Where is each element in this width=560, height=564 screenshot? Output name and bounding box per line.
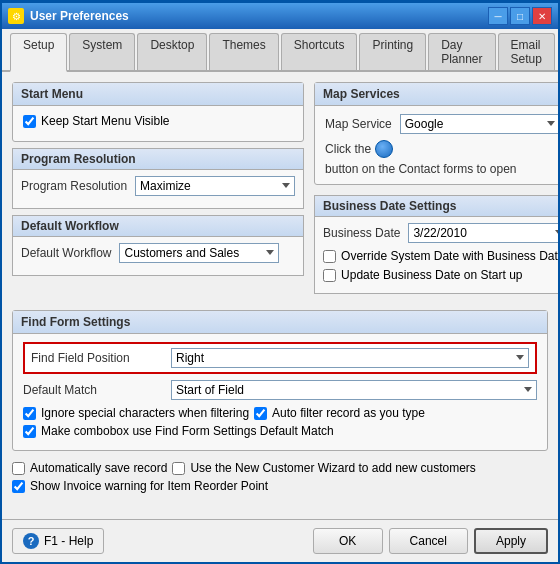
- default-workflow-label: Default Workflow: [21, 246, 111, 260]
- default-workflow-body: Default Workflow Customers and Sales: [12, 236, 304, 276]
- map-services-panel: Map Services Map Service Google Click th…: [314, 82, 558, 185]
- bottom-option-1-row: Automatically save record Use the New Cu…: [12, 461, 548, 475]
- default-workflow-row: Default Workflow Customers and Sales: [21, 243, 295, 263]
- right-column: Map Services Map Service Google Click th…: [314, 82, 558, 300]
- map-click-text: Click the: [325, 142, 371, 156]
- tab-system[interactable]: System: [69, 33, 135, 70]
- title-bar-left: ⚙ User Preferences: [8, 8, 129, 24]
- find-field-position-highlighted-row: Find Field Position Right Left: [23, 342, 537, 374]
- action-buttons: OK Cancel Apply: [313, 528, 548, 554]
- keep-visible-row: Keep Start Menu Visible: [23, 114, 293, 128]
- map-service-select[interactable]: Google: [400, 114, 558, 134]
- footer-bar: ? F1 - Help OK Cancel Apply: [2, 519, 558, 562]
- default-workflow-select[interactable]: Customers and Sales: [119, 243, 279, 263]
- update-date-checkbox[interactable]: [323, 269, 336, 282]
- tab-desktop[interactable]: Desktop: [137, 33, 207, 70]
- update-date-label: Update Business Date on Start up: [341, 268, 522, 282]
- program-resolution-body: Program Resolution Maximize Normal: [12, 169, 304, 209]
- business-date-select[interactable]: 3/22/2010: [408, 223, 558, 243]
- title-buttons: ─ □ ✕: [488, 7, 552, 25]
- business-date-body: Business Date 3/22/2010 Override System …: [314, 216, 558, 294]
- ignore-special-checkbox[interactable]: [23, 407, 36, 420]
- bottom-option-2-row: Show Invoice warning for Item Reorder Po…: [12, 479, 548, 493]
- main-window: ⚙ User Preferences ─ □ ✕ Setup System De…: [0, 0, 560, 564]
- apply-button[interactable]: Apply: [474, 528, 548, 554]
- map-button-indicator: [375, 140, 393, 158]
- default-match-select[interactable]: Start of Field Any Position: [171, 380, 537, 400]
- business-date-label: Business Date: [323, 226, 400, 240]
- find-form-title: Find Form Settings: [13, 311, 547, 334]
- program-resolution-row: Program Resolution Maximize Normal: [21, 176, 295, 196]
- new-customer-wizard-checkbox[interactable]: [172, 462, 185, 475]
- main-content: Start Menu Keep Start Menu Visible Progr…: [2, 72, 558, 519]
- window-icon: ⚙: [8, 8, 24, 24]
- business-date-row: Business Date 3/22/2010: [323, 223, 558, 243]
- default-workflow-title: Default Workflow: [12, 215, 304, 236]
- find-field-position-select[interactable]: Right Left: [171, 348, 529, 368]
- find-option-2-row: Make combobox use Find Form Settings Def…: [23, 424, 537, 438]
- find-form-body: Find Field Position Right Left Default M…: [13, 334, 547, 450]
- tab-emailsetup[interactable]: Email Setup: [498, 33, 555, 70]
- business-date-title: Business Date Settings: [314, 195, 558, 216]
- start-menu-body: Keep Start Menu Visible: [13, 106, 303, 141]
- map-service-label: Map Service: [325, 117, 392, 131]
- cancel-button[interactable]: Cancel: [389, 528, 468, 554]
- override-date-label: Override System Date with Business Date: [341, 249, 558, 263]
- default-workflow-panel: Default Workflow Default Workflow Custom…: [12, 215, 304, 276]
- make-combo-checkbox[interactable]: [23, 425, 36, 438]
- auto-save-label: Automatically save record: [30, 461, 167, 475]
- top-panels: Start Menu Keep Start Menu Visible Progr…: [12, 82, 548, 300]
- tab-themes[interactable]: Themes: [209, 33, 278, 70]
- default-match-row: Default Match Start of Field Any Positio…: [23, 380, 537, 400]
- find-options-section: Ignore special characters when filtering…: [23, 406, 537, 438]
- help-button[interactable]: ? F1 - Help: [12, 528, 104, 554]
- default-match-label: Default Match: [23, 383, 163, 397]
- find-field-position-label: Find Field Position: [31, 351, 171, 365]
- program-resolution-select[interactable]: Maximize Normal: [135, 176, 295, 196]
- left-column: Start Menu Keep Start Menu Visible Progr…: [12, 82, 304, 300]
- tab-shortcuts[interactable]: Shortcuts: [281, 33, 358, 70]
- ignore-special-label: Ignore special characters when filtering: [41, 406, 249, 420]
- help-icon: ?: [23, 533, 39, 549]
- start-menu-panel: Start Menu Keep Start Menu Visible: [12, 82, 304, 142]
- map-service-row: Map Service Google: [325, 114, 558, 134]
- invoice-warning-label: Show Invoice warning for Item Reorder Po…: [30, 479, 268, 493]
- auto-filter-checkbox[interactable]: [254, 407, 267, 420]
- bottom-options-section: Automatically save record Use the New Cu…: [12, 461, 548, 493]
- map-button-text: button on the Contact forms to open: [325, 162, 516, 176]
- find-option-1-row: Ignore special characters when filtering…: [23, 406, 537, 420]
- tab-printing[interactable]: Printing: [359, 33, 426, 70]
- override-date-row: Override System Date with Business Date: [323, 249, 558, 263]
- close-button[interactable]: ✕: [532, 7, 552, 25]
- minimize-button[interactable]: ─: [488, 7, 508, 25]
- business-date-panel: Business Date Settings Business Date 3/2…: [314, 195, 558, 294]
- map-description: Click the button on the Contact forms to…: [325, 140, 558, 176]
- find-form-panel: Find Form Settings Find Field Position R…: [12, 310, 548, 451]
- help-label: F1 - Help: [44, 534, 93, 548]
- keep-visible-checkbox[interactable]: [23, 115, 36, 128]
- tab-bar: Setup System Desktop Themes Shortcuts Pr…: [2, 29, 558, 72]
- title-bar: ⚙ User Preferences ─ □ ✕: [2, 3, 558, 29]
- keep-visible-label: Keep Start Menu Visible: [41, 114, 170, 128]
- auto-filter-label: Auto filter record as you type: [272, 406, 425, 420]
- override-date-checkbox[interactable]: [323, 250, 336, 263]
- window-title: User Preferences: [30, 9, 129, 23]
- make-combo-label: Make combobox use Find Form Settings Def…: [41, 424, 334, 438]
- tab-dayplanner[interactable]: Day Planner: [428, 33, 495, 70]
- program-resolution-panel: Program Resolution Program Resolution Ma…: [12, 148, 304, 209]
- start-menu-title: Start Menu: [13, 83, 303, 106]
- maximize-button[interactable]: □: [510, 7, 530, 25]
- auto-save-checkbox[interactable]: [12, 462, 25, 475]
- map-services-title: Map Services: [315, 83, 558, 106]
- program-resolution-title: Program Resolution: [12, 148, 304, 169]
- map-services-body: Map Service Google Click the button on t…: [315, 106, 558, 184]
- tab-setup[interactable]: Setup: [10, 33, 67, 72]
- ok-button[interactable]: OK: [313, 528, 383, 554]
- invoice-warning-checkbox[interactable]: [12, 480, 25, 493]
- new-customer-wizard-label: Use the New Customer Wizard to add new c…: [190, 461, 475, 475]
- program-resolution-label: Program Resolution: [21, 179, 127, 193]
- update-date-row: Update Business Date on Start up: [323, 268, 558, 282]
